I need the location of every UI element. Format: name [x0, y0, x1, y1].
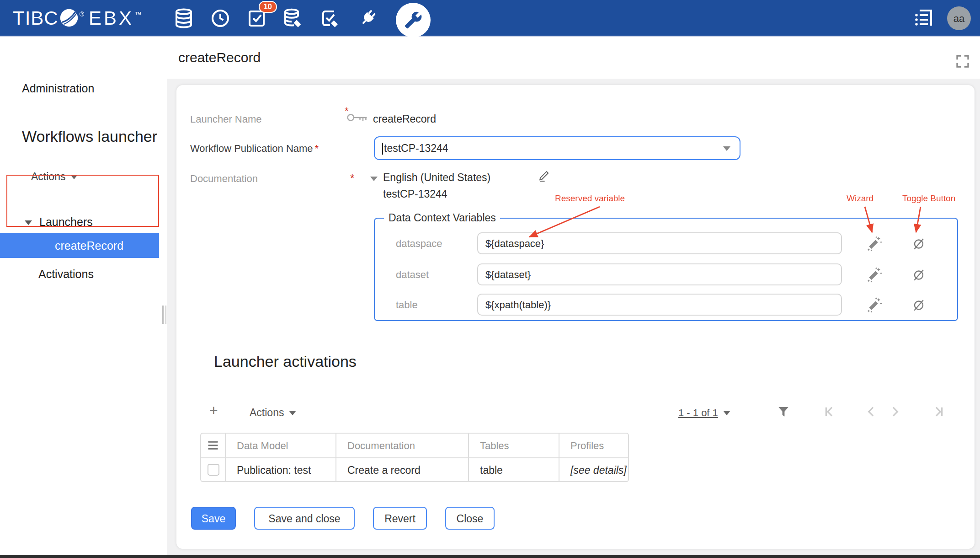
- activations-actions-dropdown[interactable]: Actions: [250, 407, 296, 418]
- administration-wrench-icon[interactable]: [395, 3, 430, 38]
- topbar-right-group: aa: [911, 6, 971, 30]
- content-panel: Launcher Name * createRecord Workflow Pu…: [167, 79, 980, 555]
- documentation-value: testCP-13244: [383, 188, 447, 199]
- pagination-selector[interactable]: 1 - 1 of 1: [678, 407, 731, 418]
- documentation-expander-icon[interactable]: [370, 177, 378, 181]
- column-menu-cell: [201, 434, 225, 457]
- data-context-variables-fieldset: Data Context Variables dataspace ${datas…: [374, 218, 958, 321]
- pagination-text: 1 - 1 of 1: [678, 407, 718, 418]
- tree-expander-icon[interactable]: [25, 220, 32, 225]
- previous-page-icon[interactable]: [864, 404, 879, 419]
- wizard-wand-icon[interactable]: [867, 235, 883, 252]
- sidebar: Administration Workflows launcher Action…: [0, 37, 167, 555]
- launcher-name-label: Launcher Name: [190, 113, 262, 124]
- launchers-label: Launchers: [39, 216, 93, 229]
- launcher-name-value: createRecord: [373, 113, 436, 124]
- validation-check-icon[interactable]: [319, 6, 341, 29]
- sidebar-actions-label: Actions: [31, 171, 65, 182]
- dataset-label: dataset: [396, 263, 429, 285]
- header-documentation[interactable]: Documentation: [336, 434, 468, 457]
- first-page-icon[interactable]: [822, 404, 836, 419]
- window-bottom-edge: [0, 555, 980, 558]
- null-toggle-icon[interactable]: [911, 266, 927, 283]
- row-checkbox[interactable]: [207, 464, 219, 476]
- tasks-checkbox-icon[interactable]: 10: [245, 6, 268, 29]
- primary-key-icon: *: [346, 112, 368, 123]
- sidebar-item-activations[interactable]: Activations: [0, 266, 167, 283]
- required-asterisk: *: [345, 105, 349, 116]
- topbar-icon-menu: 10: [172, 0, 430, 38]
- workflow-publication-name-value: testCP-13244: [384, 143, 448, 154]
- chevron-down-icon[interactable]: [723, 146, 730, 150]
- row-select-cell: [201, 458, 225, 481]
- history-clock-icon[interactable]: [209, 6, 232, 29]
- dataset-row: dataset ${dataset}: [375, 263, 957, 285]
- page-title: createRecord: [178, 49, 261, 65]
- table-input[interactable]: ${xpath(table)}: [477, 294, 842, 316]
- annotation-reserved-variable: Reserved variable: [555, 193, 625, 203]
- save-and-close-button[interactable]: Save and close: [254, 507, 355, 530]
- integration-plug-icon[interactable]: [355, 6, 378, 29]
- text-cursor: [382, 142, 383, 154]
- actions-label: Actions: [250, 407, 284, 418]
- header-tables[interactable]: Tables: [468, 434, 559, 457]
- activations-table: Data Model Documentation Tables Profiles…: [200, 433, 629, 482]
- table-header-row: Data Model Documentation Tables Profiles: [201, 434, 628, 457]
- table-menu-icon[interactable]: [207, 440, 219, 451]
- dataset-edit-icon[interactable]: [282, 6, 305, 29]
- tasks-count-badge: 10: [259, 1, 277, 13]
- table-row[interactable]: Publication: test Create a record table …: [201, 457, 628, 481]
- database-icon[interactable]: [172, 6, 195, 29]
- required-asterisk: *: [315, 143, 319, 154]
- wizard-wand-icon[interactable]: [867, 266, 883, 283]
- fullscreen-icon[interactable]: [954, 53, 971, 70]
- header-profiles[interactable]: Profiles: [559, 434, 628, 457]
- breadcrumb-administration: Administration: [22, 82, 94, 95]
- launcher-activations-title: Launcher activations: [214, 353, 357, 371]
- null-toggle-icon[interactable]: [911, 296, 927, 313]
- add-activation-button[interactable]: +: [209, 402, 218, 419]
- tibco-ebx-logo: TIBC ® EBX ™: [13, 7, 141, 29]
- wizard-wand-icon[interactable]: [867, 296, 883, 313]
- user-avatar[interactable]: aa: [947, 6, 971, 30]
- table-row-field: table ${xpath(table)}: [375, 294, 957, 316]
- dataspace-input[interactable]: ${dataspace}: [477, 232, 842, 254]
- edit-pencil-icon[interactable]: [538, 168, 551, 182]
- last-page-icon[interactable]: [932, 404, 946, 419]
- tibco-swoosh-icon: [59, 8, 79, 27]
- perspective-menu-icon[interactable]: [911, 6, 934, 29]
- save-button[interactable]: Save: [191, 507, 236, 530]
- close-button[interactable]: Close: [445, 507, 495, 530]
- next-page-icon[interactable]: [888, 404, 902, 419]
- ebx-application: TIBC ® EBX ™: [0, 0, 980, 558]
- revert-button[interactable]: Revert: [373, 507, 427, 530]
- documentation-label: Documentation: [190, 173, 258, 184]
- logo-ebx-text: EBX: [89, 7, 134, 29]
- header-data-model[interactable]: Data Model: [225, 434, 336, 457]
- dataset-input[interactable]: ${dataset}: [477, 263, 842, 285]
- sidebar-item-createrecord-selected[interactable]: createRecord: [0, 233, 159, 258]
- null-toggle-icon[interactable]: [911, 235, 927, 252]
- annotation-wizard: Wizard: [847, 193, 873, 203]
- chevron-down-icon: [70, 174, 77, 179]
- annotation-toggle-button: Toggle Button: [902, 193, 955, 203]
- chevron-down-icon: [724, 410, 731, 415]
- chevron-down-icon: [288, 410, 296, 415]
- dataspace-row: dataspace ${dataspace}: [375, 232, 957, 254]
- sidebar-resize-handle[interactable]: [162, 306, 166, 324]
- sidebar-item-launchers[interactable]: Launchers: [0, 214, 167, 231]
- cell-tables: table: [468, 458, 559, 481]
- createrecord-label: createRecord: [55, 239, 123, 252]
- dataspace-label: dataspace: [396, 232, 442, 254]
- filter-icon[interactable]: [776, 404, 791, 419]
- registered-mark: ®: [80, 11, 84, 17]
- top-navigation-bar: TIBC ® EBX ™: [0, 0, 980, 37]
- required-asterisk: *: [350, 172, 354, 185]
- sidebar-actions-dropdown[interactable]: Actions: [31, 171, 77, 182]
- sidebar-panel-title: Workflows launcher: [22, 128, 157, 146]
- cell-profiles-see-details[interactable]: [see details]: [559, 458, 628, 481]
- workflow-publication-name-combobox[interactable]: testCP-13244: [374, 136, 740, 160]
- documentation-locale: English (United States): [383, 172, 490, 183]
- workflow-publication-name-label: Workflow Publication Name*: [190, 143, 319, 154]
- logo-tibco-text: TIBC: [13, 7, 59, 29]
